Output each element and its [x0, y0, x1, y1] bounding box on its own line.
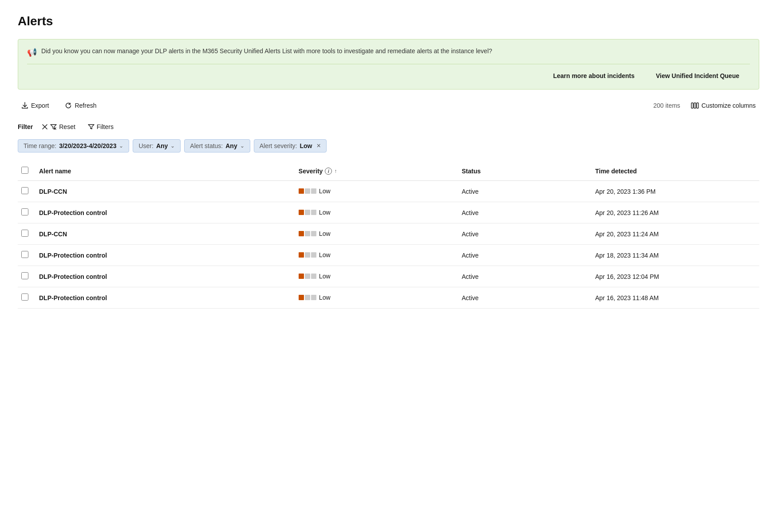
row-checkbox-4[interactable]	[21, 272, 28, 279]
row-status-td-0: Active	[458, 181, 592, 202]
table-row: DLP-Protection control Low Active Apr 16…	[18, 266, 759, 287]
row-name-0[interactable]: DLP-CCN	[39, 188, 67, 195]
row-time-td-1: Apr 20, 2023 11:26 AM	[592, 202, 759, 223]
row-checkbox-td-2	[18, 223, 35, 245]
sev-block-3-2	[311, 231, 316, 236]
sev-block-1-1	[299, 210, 304, 215]
col-alert-name: Alert name	[35, 161, 295, 181]
reset-button[interactable]: Reset	[38, 121, 79, 132]
row-time-4: Apr 16, 2023 12:04 PM	[595, 273, 659, 280]
row-name-5[interactable]: DLP-Protection control	[39, 294, 107, 301]
sev-block-1-3	[299, 252, 304, 258]
banner-text: Did you know you can now manage your DLP…	[41, 47, 492, 56]
chip-chevron-0[interactable]: ⌄	[119, 143, 123, 149]
row-name-td-3: DLP-Protection control	[35, 245, 295, 266]
refresh-button[interactable]: Refresh	[61, 100, 100, 111]
sev-block-2-3	[305, 252, 310, 258]
row-name-4[interactable]: DLP-Protection control	[39, 273, 107, 280]
megaphone-icon: 📢	[27, 47, 37, 59]
sev-block-2-1	[305, 210, 310, 215]
sev-block-3-0	[311, 188, 316, 194]
severity-sort-icon[interactable]: ↑	[334, 168, 337, 174]
row-status-4: Active	[461, 273, 478, 280]
reset-filter-icon	[50, 124, 57, 130]
row-time-3: Apr 18, 2023 11:34 AM	[595, 252, 659, 259]
severity-info-icon[interactable]: i	[325, 168, 332, 175]
customize-columns-button[interactable]: Customize columns	[687, 100, 759, 111]
sev-block-2-2	[305, 231, 310, 236]
row-severity-td-1: Low	[295, 202, 458, 223]
sev-block-2-4	[305, 274, 310, 279]
row-severity-td-0: Low	[295, 181, 458, 202]
row-severity-td-5: Low	[295, 287, 458, 309]
row-checkbox-2[interactable]	[21, 230, 28, 237]
view-queue-button[interactable]: View Unified Incident Queue	[645, 70, 750, 82]
row-name-1[interactable]: DLP-Protection control	[39, 209, 107, 216]
row-name-2[interactable]: DLP-CCN	[39, 231, 67, 238]
row-checkbox-3[interactable]	[21, 251, 28, 258]
svg-rect-1	[694, 103, 696, 108]
filter-chip-1[interactable]: User: Any ⌄	[133, 139, 181, 153]
sev-block-3-1	[311, 210, 316, 215]
filter-row: Filter Reset Filters	[18, 121, 759, 132]
table-body: DLP-CCN Low Active Apr 20, 2023 1:36 PM	[18, 181, 759, 309]
filters-button[interactable]: Filters	[84, 121, 117, 132]
row-status-td-2: Active	[458, 223, 592, 245]
row-severity-td-4: Low	[295, 266, 458, 287]
select-all-checkbox[interactable]	[21, 167, 28, 174]
row-status-td-4: Active	[458, 266, 592, 287]
row-severity-badge-4: Low	[299, 273, 331, 280]
export-button[interactable]: Export	[18, 100, 52, 111]
row-severity-blocks-3	[299, 252, 316, 258]
row-status-0: Active	[461, 188, 478, 195]
filter-chip-2[interactable]: Alert status: Any ⌄	[184, 139, 250, 153]
row-severity-td-3: Low	[295, 245, 458, 266]
filter-chip-3[interactable]: Alert severity: Low ×	[254, 139, 327, 153]
banner-text-row: 📢 Did you know you can now manage your D…	[27, 47, 750, 59]
row-checkbox-0[interactable]	[21, 187, 28, 194]
row-time-td-5: Apr 16, 2023 11:48 AM	[592, 287, 759, 309]
table-header: Alert name Severity i ↑ Status Time dete…	[18, 161, 759, 181]
chip-close-3[interactable]: ×	[317, 142, 321, 149]
row-severity-label-4: Low	[319, 273, 331, 280]
row-status-td-3: Active	[458, 245, 592, 266]
export-label: Export	[31, 102, 49, 109]
row-time-5: Apr 16, 2023 11:48 AM	[595, 294, 659, 301]
row-time-td-3: Apr 18, 2023 11:34 AM	[592, 245, 759, 266]
chip-value-3: Low	[300, 142, 312, 149]
row-checkbox-5[interactable]	[21, 293, 28, 301]
filters-icon	[88, 124, 95, 130]
row-name-3[interactable]: DLP-Protection control	[39, 252, 107, 259]
row-severity-blocks-0	[299, 188, 316, 194]
chip-chevron-2[interactable]: ⌄	[240, 143, 245, 149]
row-name-td-1: DLP-Protection control	[35, 202, 295, 223]
row-severity-label-1: Low	[319, 209, 331, 216]
customize-columns-label: Customize columns	[702, 102, 756, 109]
row-status-td-1: Active	[458, 202, 592, 223]
toolbar-right: 200 items Customize columns	[653, 100, 759, 111]
reset-label: Reset	[59, 123, 75, 130]
row-checkbox-1[interactable]	[21, 208, 28, 215]
chip-value-2: Any	[225, 142, 237, 149]
row-time-1: Apr 20, 2023 11:26 AM	[595, 209, 659, 216]
row-checkbox-td-3	[18, 245, 35, 266]
learn-more-button[interactable]: Learn more about incidents	[542, 70, 645, 82]
reset-icon	[42, 124, 48, 130]
chip-chevron-1[interactable]: ⌄	[170, 143, 175, 149]
alerts-table: Alert name Severity i ↑ Status Time dete…	[18, 161, 759, 309]
col-time-detected: Time detected	[592, 161, 759, 181]
row-severity-label-5: Low	[319, 294, 331, 301]
sev-block-2-5	[305, 295, 310, 300]
row-severity-td-2: Low	[295, 223, 458, 245]
filter-chip-0[interactable]: Time range: 3/20/2023-4/20/2023 ⌄	[18, 139, 129, 153]
row-status-2: Active	[461, 231, 478, 238]
table-row: DLP-Protection control Low Active Apr 18…	[18, 245, 759, 266]
row-status-td-5: Active	[458, 287, 592, 309]
toolbar: Export Refresh 200 items Customize colum…	[18, 100, 759, 114]
row-time-2: Apr 20, 2023 11:24 AM	[595, 231, 659, 238]
filters-label: Filters	[97, 123, 114, 130]
items-count: 200 items	[653, 102, 680, 109]
row-time-td-2: Apr 20, 2023 11:24 AM	[592, 223, 759, 245]
row-time-td-4: Apr 16, 2023 12:04 PM	[592, 266, 759, 287]
row-severity-badge-0: Low	[299, 188, 331, 195]
